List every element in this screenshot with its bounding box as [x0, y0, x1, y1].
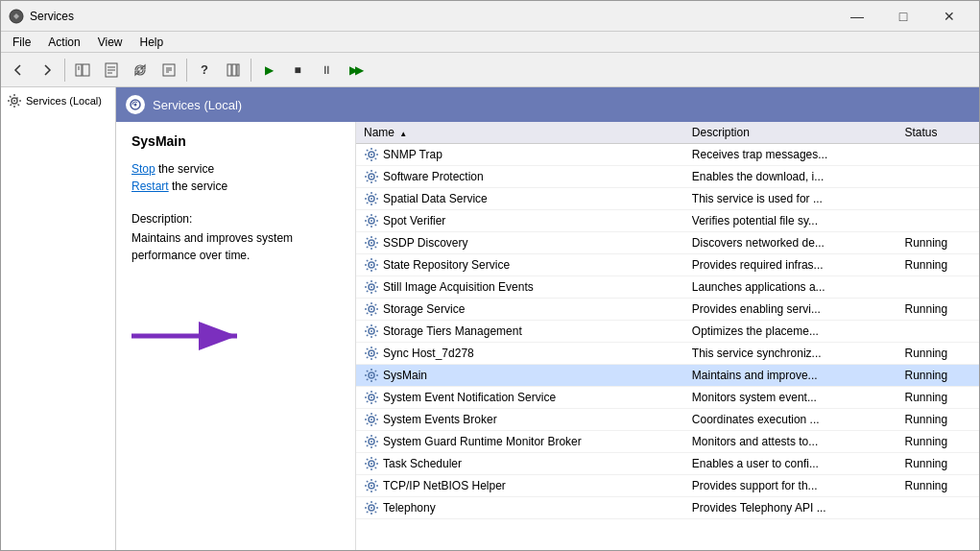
svg-line-100	[375, 304, 376, 305]
svg-point-33	[370, 176, 372, 178]
left-panel: SysMain Stop the service Restart the ser…	[116, 122, 356, 550]
table-row[interactable]: TCP/IP NetBIOS HelperProvides support fo…	[356, 475, 979, 497]
menu-bar: File Action View Help	[1, 32, 979, 53]
table-row[interactable]: Sync Host_7d278This service synchroniz..…	[356, 343, 979, 365]
toolbar-back[interactable]	[5, 57, 32, 84]
svg-line-131	[367, 379, 368, 380]
window-controls: — □ ✕	[835, 3, 971, 30]
restart-service-link[interactable]: Restart	[131, 180, 169, 193]
content-header-icon	[126, 95, 145, 114]
table-row[interactable]: Software ProtectionEnables the download,…	[356, 166, 979, 188]
svg-line-108	[367, 326, 368, 327]
table-row[interactable]: System Guard Runtime Monitor BrokerMonit…	[356, 431, 979, 453]
svg-line-91	[367, 291, 368, 292]
toolbar-sep-3	[251, 59, 251, 82]
toolbar-help[interactable]: ?	[191, 57, 218, 84]
table-row[interactable]: Storage ServiceProvides enabling servi..…	[356, 299, 979, 321]
service-status-cell: Running	[897, 365, 980, 387]
toolbar-console-tree[interactable]	[69, 57, 96, 84]
table-row[interactable]: SSDP DiscoveryDiscovers networked de...R…	[356, 232, 979, 254]
service-gear-icon	[364, 346, 379, 361]
service-name-label: Sync Host_7d278	[383, 347, 474, 360]
service-description-cell: Verifies potential file sy...	[684, 210, 897, 232]
table-row[interactable]: Still Image Acquisition EventsLaunches a…	[356, 276, 979, 299]
toolbar-start[interactable]: ▶	[255, 57, 282, 84]
toolbar-stop[interactable]: ■	[284, 57, 311, 84]
service-description-cell: Launches applications a...	[684, 276, 897, 299]
service-status-cell: Running	[897, 232, 980, 254]
menu-view[interactable]: View	[90, 34, 131, 51]
svg-line-99	[375, 313, 376, 314]
service-gear-icon	[364, 500, 379, 515]
service-description-cell: Coordinates execution ...	[684, 409, 897, 431]
sort-icon: ▲	[399, 130, 407, 138]
table-row[interactable]: State Repository ServiceProvides require…	[356, 254, 979, 276]
description-label: Description:	[131, 212, 340, 226]
svg-rect-2	[83, 64, 89, 76]
svg-point-53	[370, 220, 372, 222]
service-name-label: Task Scheduler	[383, 457, 462, 470]
table-row[interactable]: Storage Tiers ManagementOptimizes the pl…	[356, 321, 979, 343]
toolbar-export[interactable]	[155, 57, 182, 84]
svg-point-23	[370, 154, 372, 156]
svg-line-69	[375, 247, 376, 248]
service-gear-icon	[364, 257, 379, 273]
svg-line-38	[367, 172, 368, 173]
minimize-button[interactable]: —	[835, 3, 879, 30]
svg-line-49	[375, 203, 376, 204]
toolbar-forward[interactable]	[34, 57, 60, 84]
svg-rect-13	[227, 64, 231, 76]
toolbar-refresh[interactable]	[127, 57, 154, 84]
table-row[interactable]: Spot VerifierVerifies potential file sy.…	[356, 210, 979, 232]
service-name-cell: SSDP Discovery	[356, 232, 684, 254]
table-header: Name ▲ Description Status	[356, 122, 979, 144]
table-row[interactable]: System Event Notification ServiceMonitor…	[356, 387, 979, 409]
main-area: Services (Local) Services (Local)	[1, 87, 979, 550]
svg-point-43	[370, 198, 372, 200]
toolbar-resume[interactable]: ▶▶	[342, 57, 369, 84]
maximize-button[interactable]: □	[881, 3, 925, 30]
table-row[interactable]: System Events BrokerCoordinates executio…	[356, 409, 979, 431]
table-row[interactable]: SNMP TrapReceives trap messages...	[356, 144, 979, 166]
table-row[interactable]: Spatial Data ServiceThis service is used…	[356, 188, 979, 210]
col-description[interactable]: Description	[684, 122, 897, 144]
svg-line-31	[367, 158, 368, 159]
svg-line-141	[367, 401, 368, 402]
svg-point-133	[370, 396, 372, 398]
close-button[interactable]: ✕	[927, 3, 971, 30]
service-list-panel[interactable]: Name ▲ Description Status	[356, 122, 979, 550]
service-name-label: System Event Notification Service	[383, 391, 556, 404]
table-row[interactable]: SysMainMaintains and improve...Running	[356, 365, 979, 387]
service-name-cell: System Event Notification Service	[356, 387, 684, 409]
stop-service-text: the service	[158, 162, 214, 176]
svg-line-58	[367, 216, 368, 217]
service-name-cell: State Repository Service	[356, 254, 684, 276]
service-name-label: Storage Tiers Management	[383, 324, 522, 338]
svg-line-149	[375, 423, 376, 424]
svg-line-118	[367, 348, 368, 349]
svg-line-189	[375, 512, 376, 513]
arrow-container	[131, 322, 340, 350]
table-row[interactable]: Task SchedulerEnables a user to confi...…	[356, 453, 979, 475]
menu-action[interactable]: Action	[40, 34, 87, 51]
service-status-cell	[897, 144, 980, 166]
service-gear-icon	[364, 213, 379, 228]
svg-point-83	[370, 286, 372, 288]
table-row[interactable]: TelephonyProvides Telephony API ...	[356, 497, 979, 519]
toolbar-properties[interactable]	[98, 57, 125, 84]
stop-service-link[interactable]: Stop	[131, 162, 155, 176]
toolbar-pause[interactable]: ⏸	[313, 57, 340, 84]
nav-item-services-local[interactable]: Services (Local)	[1, 91, 115, 110]
service-status-cell: Running	[897, 409, 980, 431]
col-name[interactable]: Name ▲	[356, 122, 684, 144]
col-status[interactable]: Status	[897, 122, 980, 144]
menu-help[interactable]: Help	[132, 34, 172, 51]
description-text: Maintains and improves system performanc…	[131, 229, 340, 264]
service-description-cell: Provides required infras...	[684, 254, 897, 276]
toolbar-col-config[interactable]	[220, 57, 247, 84]
service-status-cell: Running	[897, 299, 980, 321]
menu-file[interactable]: File	[5, 34, 38, 51]
restart-action-row: Restart the service	[131, 180, 340, 193]
service-name-label: Software Protection	[383, 170, 484, 183]
svg-line-191	[367, 512, 368, 513]
